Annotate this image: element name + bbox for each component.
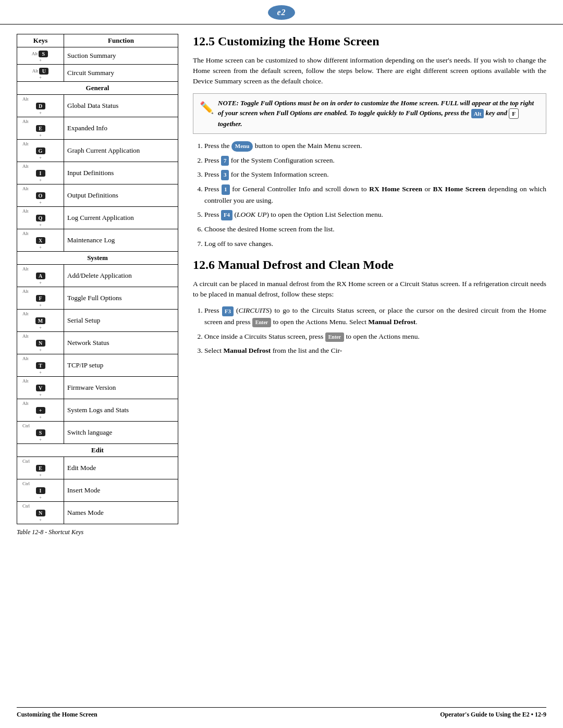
key-cell: Alt U + [17, 65, 64, 82]
section-125-title: 12.5 Customizing the Home Screen [193, 34, 546, 49]
note-text: NOTE: Toggle Full Options must be on in … [218, 98, 540, 129]
key-u: U [39, 68, 48, 75]
table-row: Alt T + TCP/IP setup [17, 354, 178, 377]
step-126-3: Select Manual Defrost from the list and … [204, 345, 546, 356]
table-row: Alt G + Graph Current Application [17, 140, 178, 162]
key-cell: Alt V + [17, 377, 64, 399]
table-row: Alt Q + Log Current Application [17, 207, 178, 229]
footer-right: Operator's Guide to Using the E2 • 12-9 [440, 711, 546, 719]
section-126-title: 12.6 Manual Defrost and Clean Mode [193, 257, 546, 273]
key-3: 3 [221, 170, 229, 180]
key-cell: Ctrl I + [17, 479, 64, 502]
key-cell: Alt F + [17, 287, 64, 310]
col-header-keys: Keys [17, 34, 64, 47]
function-cell: Switch language [64, 422, 178, 444]
step-6: Choose the desired Home screen from the … [204, 224, 546, 235]
step-5: Press F4 (LOOK UP) to open the Option Li… [204, 209, 546, 220]
table-caption: Table 12-8 - Shortcut Keys [17, 528, 178, 536]
table-row: Alt E + Expanded Info [17, 117, 178, 140]
section-label-system: System [17, 252, 178, 265]
alt-key-inline: Alt [471, 109, 484, 119]
section-125-steps: Press the Menu button to open the Main M… [204, 140, 546, 249]
key-cell: Ctrl S + [17, 422, 64, 444]
table-row: Alt N + Network Status [17, 332, 178, 354]
key-cell: Alt N + [17, 332, 64, 354]
key-1: 1 [222, 184, 230, 195]
table-row: Alt D + Global Data Status [17, 95, 178, 117]
key-v: V [36, 385, 45, 391]
top-bar: e2 [0, 0, 563, 24]
table-row: Alt X + Maintenance Log [17, 229, 178, 252]
function-cell: Insert Mode [64, 479, 178, 502]
key-cell: Alt Q + [17, 207, 64, 229]
key-cell: Ctrl N + [17, 502, 64, 524]
table-row: Ctrl I + Insert Mode [17, 479, 178, 502]
step-126-2: Once inside a Circuits Status screen, pr… [204, 331, 546, 342]
alt-label: Alt [32, 68, 39, 73]
page-container: e2 Keys Function Alt [0, 0, 563, 728]
key-combo: Alt U [32, 68, 49, 75]
table-row: Alt + + System Logs and Stats [17, 399, 178, 422]
table-row: Ctrl E + Edit Mode [17, 457, 178, 479]
key-cell: Ctrl E + [17, 457, 64, 479]
key-cell: Alt E + [17, 117, 64, 140]
key-i: I [36, 170, 45, 177]
function-cell: Suction Summary [64, 47, 178, 65]
key-cell: Alt T + [17, 354, 64, 377]
key-cell: Alt + + [17, 399, 64, 422]
function-cell: Toggle Full Options [64, 287, 178, 310]
key-7: 7 [221, 156, 229, 166]
step-4: Press 1 for General Controller Info and … [204, 183, 546, 206]
shortcut-keys-table: Keys Function Alt S + [17, 34, 178, 524]
menu-button: Menu [231, 141, 253, 152]
section-label-edit: Edit [17, 444, 178, 457]
section-125-body: The Home screen can be customized to sho… [193, 55, 546, 87]
key-ctrl-i: I [36, 487, 45, 494]
function-cell: Maintenance Log [64, 229, 178, 252]
key-cell: Alt M + [17, 310, 64, 332]
section-label-general: General [17, 82, 178, 95]
key-combo: Alt S [32, 51, 50, 57]
function-cell: Network Status [64, 332, 178, 354]
footer-left: Customizing the Home Screen [17, 711, 97, 719]
function-cell: Circuit Summary [64, 65, 178, 82]
key-f4: F4 [221, 210, 232, 220]
enter-key-2: Enter [325, 332, 344, 342]
key-s: S [39, 51, 48, 57]
key-x: X [36, 237, 45, 244]
f-key-inline: F [509, 108, 519, 119]
table-row: Alt A + Add/Delete Application [17, 265, 178, 287]
step-3: Press 3 for the System Information scree… [204, 169, 546, 180]
section-126-body: A circuit can be placed in manual defros… [193, 279, 546, 300]
function-cell: TCP/IP setup [64, 354, 178, 377]
col-header-function: Function [64, 34, 178, 47]
table-row: Alt S + Suction Summary [17, 47, 178, 65]
step-7: Log off to save changes. [204, 238, 546, 250]
table-row: Alt M + Serial Setup [17, 310, 178, 332]
key-ctrl-e: E [36, 465, 45, 472]
key-m: M [35, 317, 45, 324]
function-cell: System Logs and Stats [64, 399, 178, 422]
key-ctrl-s: S [36, 429, 45, 436]
key-plus: + [36, 407, 45, 414]
function-cell: Output Definitions [64, 184, 178, 207]
section-126-steps: Press F3 (CIRCUITS) to go to the Circuit… [204, 305, 546, 356]
table-row: Alt U + Circuit Summary [17, 65, 178, 82]
function-cell: Expanded Info [64, 117, 178, 140]
logo: e2 [268, 5, 295, 20]
function-cell: Firmware Version [64, 377, 178, 399]
key-cell: Alt X + [17, 229, 64, 252]
key-f3: F3 [222, 306, 234, 317]
key-o: O [36, 192, 45, 199]
left-column: Keys Function Alt S + [17, 34, 178, 536]
section-header-edit: Edit [17, 444, 178, 457]
right-column: 12.5 Customizing the Home Screen The Hom… [193, 34, 546, 536]
table-row: Alt O + Output Definitions [17, 184, 178, 207]
key-ctrl-n: N [36, 510, 45, 516]
footer: Customizing the Home Screen Operator's G… [17, 707, 546, 719]
table-row: Ctrl N + Names Mode [17, 502, 178, 524]
table-row: Ctrl S + Switch language [17, 422, 178, 444]
key-g: G [36, 147, 45, 154]
key-t: T [36, 362, 45, 369]
function-cell: Serial Setup [64, 310, 178, 332]
